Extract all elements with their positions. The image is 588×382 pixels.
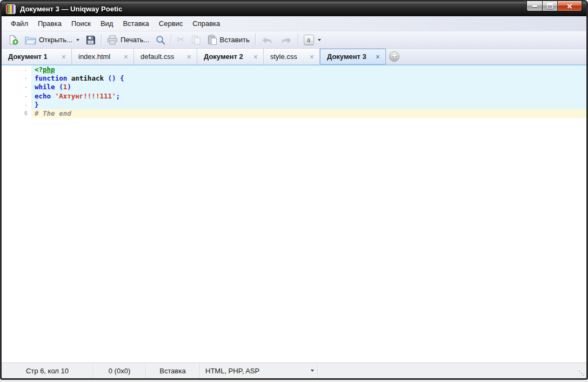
code-text: # The end — [31, 109, 586, 118]
new-document-button[interactable] — [5, 33, 21, 47]
tab-5[interactable]: Документ 3× — [320, 49, 386, 64]
menu-item-edit[interactable]: Правка — [33, 17, 66, 30]
search-icon — [156, 35, 165, 45]
printer-icon — [107, 35, 118, 45]
save-floppy-icon — [86, 35, 96, 45]
menu-item-help[interactable]: Справка — [188, 17, 225, 30]
token-punct: } — [35, 101, 39, 109]
cut-button[interactable]: ✂ — [174, 34, 187, 46]
status-cell-syntax-mode-select[interactable]: HTML, PHP, ASP — [200, 363, 318, 378]
tab-label: index.html — [78, 52, 119, 61]
tab-3[interactable]: Документ 2× — [197, 49, 264, 64]
character-key-icon: à — [304, 35, 314, 45]
status-cell-insert-mode-indicator: Вставка — [146, 363, 200, 378]
copy-button[interactable] — [189, 34, 204, 47]
toolbar-separator — [171, 34, 171, 46]
paste-button[interactable]: Вставить — [205, 33, 252, 47]
window-title: Документ 3 — Uniqway Poetic — [20, 5, 122, 13]
code-line-6: 6# The end — [2, 109, 586, 118]
close-tab-icon[interactable]: × — [252, 52, 259, 61]
print-button-label: Печать... — [121, 36, 149, 44]
status-text: Стр 6, кол 10 — [26, 367, 69, 375]
toolbar: Открыть... Печать... ✂ — [2, 31, 586, 49]
app-icon — [6, 4, 16, 14]
new-document-icon — [8, 35, 18, 45]
status-text: Вставка — [159, 367, 185, 375]
token-plain: antihack — [71, 74, 104, 82]
line-marker: - — [2, 74, 31, 83]
open-button[interactable]: Открыть... — [22, 34, 82, 46]
menu-item-tools[interactable]: Сервис — [154, 17, 188, 30]
add-tab-button[interactable]: + — [389, 51, 399, 62]
minimize-button[interactable] — [526, 1, 542, 11]
toolbar-separator — [101, 34, 102, 46]
restore-button[interactable] — [542, 1, 558, 11]
token-punct: ( — [59, 83, 63, 91]
close-tab-icon[interactable]: × — [61, 52, 67, 61]
window-controls — [526, 1, 582, 11]
code-text: } — [31, 101, 586, 109]
token-tag: <? — [35, 65, 43, 74]
toolbar-separator — [255, 34, 256, 46]
open-button-label: Открыть... — [39, 36, 72, 44]
undo-button[interactable] — [258, 35, 276, 45]
line-marker: 6 — [2, 109, 31, 118]
status-cell-caret-position: Стр 6, кол 10 — [2, 363, 93, 378]
line-marker: - — [2, 65, 31, 74]
code-text: echo 'Ахтунг!!!!111'; — [31, 92, 586, 101]
toolbar-separator — [298, 34, 298, 46]
resize-grip[interactable] — [579, 371, 580, 372]
token-comment: # The end — [35, 109, 71, 117]
print-button[interactable]: Печать... — [104, 34, 152, 47]
tab-label: style.css — [270, 52, 305, 61]
search-button[interactable] — [153, 34, 168, 47]
menu-bar: ФайлПравкаПоискВидВставкаСервисСправка — [2, 16, 586, 31]
menu-item-view[interactable]: Вид — [96, 17, 118, 30]
code-text: while (1) — [31, 83, 586, 91]
code-text: function antihack () { — [31, 74, 586, 83]
save-button[interactable] — [83, 34, 98, 47]
code-editor[interactable]: -<?php-function antihack () {-while (1)-… — [2, 65, 586, 363]
title-bar[interactable]: Документ 3 — Uniqway Poetic — [2, 2, 586, 16]
copy-icon — [191, 35, 201, 45]
line-marker: - — [2, 83, 31, 91]
tab-0[interactable]: Документ 1× — [2, 49, 72, 64]
code-line-2: -function antihack () { — [2, 74, 586, 83]
menu-item-search[interactable]: Поиск — [66, 17, 96, 30]
redo-icon — [280, 36, 292, 44]
code-line-5: -} — [2, 101, 586, 109]
open-dropdown-arrow[interactable] — [76, 39, 79, 41]
menu-item-file[interactable]: Файл — [6, 17, 33, 30]
close-button[interactable] — [558, 1, 582, 11]
app-window: Документ 3 — Uniqway Poetic ФайлПравкаПо… — [0, 0, 588, 380]
line-marker: - — [2, 101, 31, 109]
minimize-icon — [532, 5, 537, 7]
token-plain — [67, 74, 71, 82]
character-map-button[interactable]: à — [301, 33, 324, 47]
token-keyword: while — [35, 83, 55, 91]
close-tab-icon[interactable]: × — [123, 52, 129, 61]
token-tag_u: php — [43, 65, 55, 74]
close-tab-icon[interactable]: × — [309, 52, 315, 61]
close-tab-icon[interactable]: × — [186, 52, 192, 61]
tab-2[interactable]: default.css× — [134, 49, 197, 64]
paste-icon — [208, 35, 217, 45]
redo-button[interactable] — [277, 35, 295, 45]
undo-icon — [261, 36, 273, 44]
tab-1[interactable]: index.html× — [72, 49, 134, 64]
status-text: 0 (0x0) — [109, 367, 130, 375]
tab-label: Документ 2 — [204, 52, 249, 61]
token-punct: ) — [67, 83, 71, 91]
code-line-4: -echo 'Ахтунг!!!!111'; — [2, 92, 586, 101]
code-text: <?php — [31, 65, 586, 74]
tab-label: Документ 1 — [8, 52, 57, 61]
close-tab-icon[interactable]: × — [375, 52, 381, 61]
charmap-dropdown-arrow[interactable] — [318, 39, 321, 41]
tab-4[interactable]: style.css× — [264, 49, 320, 64]
status-bar: Стр 6, кол 100 (0x0)ВставкаHTML, PHP, AS… — [2, 363, 586, 378]
paste-button-label: Вставить — [220, 36, 250, 44]
status-text: HTML, PHP, ASP — [205, 367, 259, 375]
menu-item-insert[interactable]: Вставка — [118, 17, 153, 30]
token-keyword: function — [35, 74, 67, 82]
code-line-1: -<?php — [2, 65, 586, 74]
